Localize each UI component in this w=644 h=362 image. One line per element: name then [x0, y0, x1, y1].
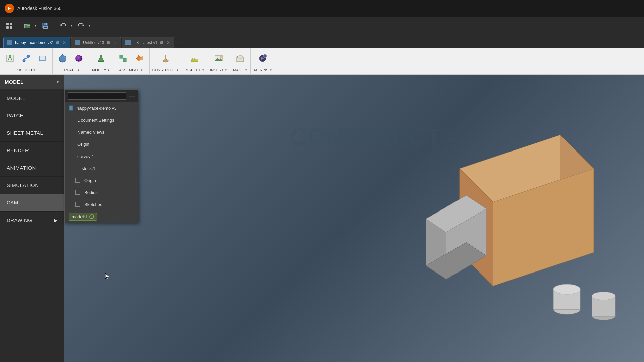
assemble-chevron: ▼	[140, 69, 143, 72]
inspect-label[interactable]: INSPECT ▼	[185, 68, 205, 73]
modify-icon[interactable]	[94, 51, 108, 66]
ribbon: SKETCH ▼	[0, 48, 644, 75]
3d-model-view	[392, 102, 644, 336]
svg-point-39	[592, 292, 615, 300]
viewport[interactable]: CONSTRUCT -	[64, 75, 644, 362]
svg-rect-22	[191, 60, 198, 62]
dropdown-bodies-check[interactable]: Bodies	[65, 186, 138, 198]
dropdown-model1[interactable]: model:1	[65, 210, 138, 223]
inspect-chevron: ▼	[202, 69, 204, 72]
modify-label[interactable]: MODIFY ▼	[92, 68, 110, 73]
sidebar-item-patch[interactable]: PATCH	[0, 107, 64, 124]
svg-rect-6	[43, 26, 47, 28]
dropdown-panel: — happy-face-demo v3 Document Settings N…	[64, 89, 138, 223]
dropdown-search-input[interactable]	[68, 92, 126, 100]
modify-icons	[94, 49, 108, 67]
dropdown-stock[interactable]: stock:1	[65, 162, 138, 174]
redo-button[interactable]	[75, 20, 87, 32]
sketch-create-icon[interactable]	[3, 51, 17, 66]
dropdown-carvey[interactable]: carvey:1	[65, 150, 138, 162]
ribbon-section-create: CREATE ▼	[53, 48, 89, 74]
modify-chevron: ▼	[107, 69, 110, 72]
dropdown-origin-check[interactable]: Origin	[65, 174, 138, 186]
add-ins-label[interactable]: ADD-INS ▼	[253, 68, 272, 73]
insert-image-icon[interactable]	[211, 51, 226, 66]
tab-label-1: happy-face-demo v3*	[15, 40, 53, 45]
make-label[interactable]: MAKE ▼	[233, 68, 247, 73]
add-ins-icon[interactable]	[255, 51, 270, 66]
dropdown-doc-name[interactable]: happy-face-demo v3	[65, 102, 138, 114]
redo-arrow[interactable]: ▼	[87, 20, 92, 32]
tab-close-3[interactable]: ✕	[166, 40, 171, 46]
bodies-checkbox[interactable]	[75, 190, 80, 195]
sidebar-item-drawing[interactable]: DRAWING ▶	[0, 212, 64, 229]
inspect-icons	[187, 49, 202, 67]
dropdown-close-icon[interactable]: —	[129, 93, 135, 99]
construct-label[interactable]: CONSTRUCT ▼	[152, 68, 179, 73]
tab-close-2[interactable]: ✕	[113, 40, 117, 46]
sketch-curve-icon[interactable]	[19, 51, 34, 66]
undo-button[interactable]	[57, 20, 69, 32]
grid-button[interactable]	[3, 20, 15, 32]
tab-add-button[interactable]: +	[176, 38, 186, 48]
dropdown-doc-settings[interactable]: Document Settings	[65, 114, 138, 126]
open-button-group[interactable]: ▼	[21, 20, 38, 32]
badge-dot-icon	[89, 214, 94, 219]
svg-point-27	[220, 56, 222, 58]
redo-button-group[interactable]: ▼	[75, 20, 92, 32]
tab-status-3	[160, 41, 163, 44]
svg-point-10	[27, 55, 30, 58]
sketch-rect-icon[interactable]	[35, 51, 50, 66]
sketch-label[interactable]: SKETCH ▼	[17, 68, 36, 73]
svg-point-15	[100, 55, 102, 56]
sketch-icons	[3, 49, 50, 67]
dropdown-origin[interactable]: Origin	[65, 138, 138, 150]
doc-icon	[69, 105, 74, 111]
origin-checkbox[interactable]	[75, 178, 80, 183]
tab-happy-face[interactable]: happy-face-demo v3* ✕	[3, 37, 70, 48]
tab-untitled[interactable]: Untitled v13 ✕	[71, 37, 121, 48]
tab-icon-2	[75, 40, 80, 45]
construct-icons	[158, 49, 173, 67]
svg-point-12	[75, 55, 82, 62]
sidebar-item-sheet-metal[interactable]: SHEET METAL	[0, 124, 64, 142]
insert-label[interactable]: INSERT ▼	[210, 68, 227, 73]
undo-arrow[interactable]: ▼	[69, 20, 74, 32]
construct-plane-icon[interactable]	[158, 51, 173, 66]
ribbon-section-make: MAKE ▼	[230, 48, 251, 74]
assemble-joint-icon[interactable]	[132, 51, 147, 66]
sidebar-item-cam[interactable]: CAM	[0, 194, 64, 212]
assemble-new-icon[interactable]	[116, 51, 130, 66]
toolbar-separator-2	[54, 21, 54, 31]
create-icons	[55, 49, 86, 67]
make-icon[interactable]	[233, 51, 248, 66]
dropdown-header: —	[65, 90, 138, 102]
svg-rect-16	[120, 55, 123, 58]
create-sphere-icon[interactable]	[71, 51, 86, 66]
save-button[interactable]	[39, 20, 51, 32]
create-label[interactable]: CREATE ▼	[62, 68, 80, 73]
sketches-checkbox[interactable]	[75, 202, 80, 207]
undo-button-group[interactable]: ▼	[57, 20, 74, 32]
tab-close-1[interactable]: ✕	[62, 40, 67, 46]
svg-point-9	[23, 59, 25, 62]
open-arrow[interactable]: ▼	[33, 20, 38, 32]
add-ins-chevron: ▼	[270, 69, 272, 72]
sidebar-item-animation[interactable]: ANIMATION	[0, 159, 64, 177]
tab-tx-latest[interactable]: TX - latest v1 ✕	[122, 37, 174, 48]
assemble-label[interactable]: ASSEMBLE ▼	[119, 68, 143, 73]
inspect-measure-icon[interactable]	[187, 51, 202, 66]
workspace-selector[interactable]: MODEL ▼	[0, 75, 64, 89]
create-extrude-icon[interactable]	[55, 51, 70, 66]
dropdown-sketches-check[interactable]: Sketches	[65, 198, 138, 210]
tab-icon-3	[125, 40, 131, 45]
sidebar-item-simulation[interactable]: SIMULATION	[0, 177, 64, 194]
tabs-row: happy-face-demo v3* ✕ Untitled v13 ✕ TX …	[0, 35, 644, 48]
sidebar-item-model[interactable]: MODEL	[0, 89, 64, 107]
dropdown-named-views[interactable]: Named Views	[65, 126, 138, 138]
open-button[interactable]	[21, 20, 33, 32]
drawing-arrow-icon: ▶	[54, 217, 58, 223]
app-icon: F	[5, 4, 14, 13]
sidebar-item-render[interactable]: RENDER	[0, 142, 64, 159]
ribbon-section-inspect: INSPECT ▼	[182, 48, 208, 74]
